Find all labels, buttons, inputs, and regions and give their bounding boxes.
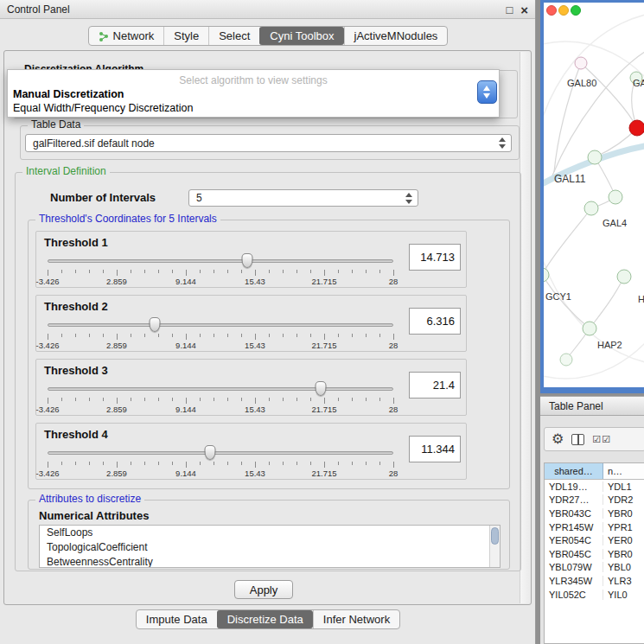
numerical-attributes-list[interactable]: SelfLoopsTopologicalCoefficientBetweenne… xyxy=(39,525,501,568)
scale-tick-label: 9.144 xyxy=(175,405,196,414)
network-node[interactable] xyxy=(588,150,602,164)
scale-tick-label: 28 xyxy=(389,469,399,478)
tab-infer-network[interactable]: Infer Network xyxy=(313,610,399,628)
scale-tick-label: 9.144 xyxy=(175,341,196,350)
table-panel-header: Table Panel xyxy=(540,396,644,416)
selected-node-red[interactable] xyxy=(629,120,644,136)
apply-button[interactable]: Apply xyxy=(234,580,293,599)
attribute-list-item[interactable]: BetweennessCentrality xyxy=(40,555,500,568)
tab-impute-data[interactable]: Impute Data xyxy=(137,610,217,628)
interval-definition-label: Interval Definition xyxy=(22,165,110,177)
top-tab-bar: Network Style Select Cyni Toolbox jActiv… xyxy=(0,26,536,46)
network-node[interactable] xyxy=(560,354,572,366)
number-of-intervals-label: Number of Intervals xyxy=(50,191,156,204)
table-data-group: Table Data galFiltered.sif default node xyxy=(20,125,520,160)
network-node[interactable] xyxy=(584,201,598,215)
node-label: GAL11 xyxy=(554,173,586,185)
threshold-1-value-field[interactable]: 14.713 xyxy=(409,244,461,271)
scale-tick-label: 28 xyxy=(389,341,399,350)
window-traffic-lights xyxy=(547,6,581,16)
scale-tick-label: 9.144 xyxy=(175,277,196,286)
table-data-combobox[interactable]: galFiltered.sif default node xyxy=(25,134,512,152)
slider-thumb[interactable] xyxy=(316,381,327,396)
select-checkboxes-icon[interactable]: ☑☑ xyxy=(592,434,611,445)
network-node[interactable] xyxy=(617,270,631,284)
gear-icon[interactable]: ⚙ xyxy=(552,432,564,446)
slider-track[interactable] xyxy=(48,259,393,263)
table-row[interactable]: YER054CYER0 xyxy=(545,533,644,547)
network-view-window[interactable]: GAL80 GA GAL11 GAL4 GCY1 H HAP2 xyxy=(540,0,644,393)
threshold-4-value-field[interactable]: 11.344 xyxy=(409,436,461,462)
attribute-list-item[interactable]: TopologicalCoefficient xyxy=(40,540,500,555)
tab-cyni-toolbox-label: Cyni Toolbox xyxy=(270,29,334,42)
bottom-tab-bar: Impute Data Discretize Data Infer Networ… xyxy=(0,609,536,629)
network-node[interactable] xyxy=(583,322,596,335)
tab-style-label: Style xyxy=(174,29,199,42)
minimize-traffic-light[interactable] xyxy=(559,6,569,16)
threshold-1-label: Threshold 1 xyxy=(44,236,108,249)
tab-select-label: Select xyxy=(219,29,250,42)
slider-track[interactable] xyxy=(48,451,393,455)
algorithm-dropdown-popup: Select algorithm to view settings Manual… xyxy=(7,69,500,118)
close-traffic-light[interactable] xyxy=(547,6,557,16)
scale-tick-label: 2.859 xyxy=(106,277,127,286)
list-scrollbar[interactable] xyxy=(489,526,500,567)
table-row[interactable]: YPR145WYPR1 xyxy=(545,520,644,534)
number-of-intervals-combobox[interactable]: 5 xyxy=(188,189,418,207)
algorithm-option-manual[interactable]: Manual Discretization xyxy=(13,88,124,100)
table-row[interactable]: YBL079WYBL0 xyxy=(545,561,644,575)
network-node[interactable] xyxy=(575,57,587,69)
network-canvas[interactable]: GAL80 GA GAL11 GAL4 GCY1 H HAP2 xyxy=(544,3,644,387)
table-row[interactable]: YDL19…YDL1 xyxy=(545,480,644,494)
scale-tick-label: 2.859 xyxy=(106,341,127,350)
scale-tick-label: 15.43 xyxy=(245,341,265,350)
column-header-shared-name[interactable]: shared… xyxy=(545,463,603,479)
combo-stepper-button[interactable] xyxy=(477,80,497,104)
table-row[interactable]: YBR045CYBR0 xyxy=(545,547,644,561)
table-row[interactable]: YBR043CYBR0 xyxy=(545,507,644,520)
cyni-toolbox-panel: Discretization Algorithm Table Data galF… xyxy=(3,50,532,605)
table-row[interactable]: YIL052CYIL0 xyxy=(545,588,644,602)
slider-track[interactable] xyxy=(48,323,393,327)
scale-tick-label: 21.715 xyxy=(311,405,336,414)
tab-jactivemnodules[interactable]: jActiveMNodules xyxy=(344,27,448,45)
tab-style[interactable]: Style xyxy=(163,27,208,45)
node-attribute-table: shared… n… YDL19…YDL1YDR27…YDR2YBR043CYB… xyxy=(544,462,644,644)
slider-ticks xyxy=(48,462,393,469)
tab-select[interactable]: Select xyxy=(208,27,259,45)
scale-tick-label: 2.859 xyxy=(106,469,127,478)
threshold-3-label: Threshold 3 xyxy=(44,364,108,377)
slider-thumb[interactable] xyxy=(150,317,161,332)
threshold-2-value-field[interactable]: 6.316 xyxy=(409,308,461,335)
threshold-1-slider: -3.426 2.859 9.144 15.43 21.715 28 xyxy=(48,252,393,287)
close-icon[interactable]: × xyxy=(520,3,528,17)
tab-cyni-toolbox[interactable]: Cyni Toolbox xyxy=(259,27,343,45)
numerical-attributes-heading: Numerical Attributes xyxy=(39,509,149,522)
table-row[interactable]: YDR27…YDR2 xyxy=(545,494,644,507)
slider-thumb[interactable] xyxy=(241,253,252,268)
tab-network[interactable]: Network xyxy=(89,27,164,45)
scale-tick-label: -3.426 xyxy=(36,277,60,286)
control-panel-window: Control Panel □ × Network Style Select xyxy=(0,0,536,644)
tab-infer-network-label: Infer Network xyxy=(323,613,390,626)
attributes-to-discretize-group: Attributes to discretize Numerical Attri… xyxy=(28,500,510,570)
network-node[interactable] xyxy=(609,190,622,204)
network-icon xyxy=(99,31,109,41)
zoom-traffic-light[interactable] xyxy=(571,6,581,16)
column-header-name[interactable]: n… xyxy=(603,463,644,479)
algorithm-option-equal-width[interactable]: Equal Width/Frequency Discretization xyxy=(13,102,193,114)
column-settings-icon[interactable] xyxy=(571,434,584,445)
float-window-icon[interactable]: □ xyxy=(506,3,513,16)
threshold-3-value-field[interactable]: 21.4 xyxy=(409,372,461,399)
attribute-list-item[interactable]: SelfLoops xyxy=(40,526,500,540)
slider-thumb[interactable] xyxy=(205,445,216,460)
scale-tick-label: 15.43 xyxy=(245,405,265,414)
table-row[interactable]: YLR345WYLR3 xyxy=(545,574,644,588)
combo-stepper-icon xyxy=(499,137,506,149)
scale-tick-label: 21.715 xyxy=(311,277,336,286)
combo-stepper-icon xyxy=(405,193,412,204)
threshold-3-slider: -3.426 2.859 9.144 15.43 21.715 28 xyxy=(48,380,393,415)
tab-discretize-data[interactable]: Discretize Data xyxy=(217,610,313,628)
network-node[interactable] xyxy=(544,268,549,282)
slider-track[interactable] xyxy=(48,387,393,391)
